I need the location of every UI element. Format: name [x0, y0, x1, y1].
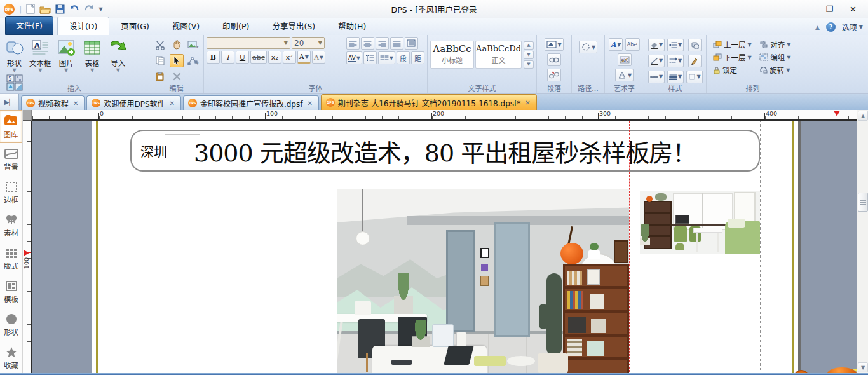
paste-icon[interactable]	[153, 70, 167, 83]
font-size-combo[interactable]: 20▼	[292, 37, 325, 49]
sidebar-item-layout[interactable]: 版式	[0, 242, 22, 275]
help-icon[interactable]: ?	[826, 22, 836, 32]
restore-button[interactable]: ❐	[825, 5, 833, 13]
tab-page[interactable]: 页面(G)	[109, 17, 160, 35]
picture-tool-icon[interactable]: ▾	[186, 38, 200, 51]
text-style-subtitle[interactable]: AaBbCc 小标题	[430, 41, 474, 69]
edit-points-icon[interactable]: ▾	[186, 54, 200, 67]
close-button[interactable]: ✕	[850, 5, 857, 13]
tab-help[interactable]: 帮助(H)	[327, 17, 377, 35]
close-tab-icon[interactable]: ✕	[72, 99, 79, 107]
sidebar-item-material[interactable]: 素材	[0, 209, 22, 242]
bring-forward-button[interactable]: 上一层▼	[713, 39, 753, 50]
tab-print[interactable]: 印刷(P)	[211, 17, 261, 35]
undo-icon[interactable]	[69, 4, 79, 13]
doc-tab-video-tutorial[interactable]: DPS 视频教程 ✕	[21, 95, 85, 110]
align-left-icon[interactable]	[346, 37, 360, 50]
columns-button[interactable]: ▼	[378, 51, 395, 64]
margin-guide[interactable]	[337, 121, 337, 375]
styles-more-icon[interactable]: ▼	[524, 60, 534, 69]
doc-tab-campaign[interactable]: DPS 金印客校园推广宣传报改.dpsf ✕	[183, 95, 319, 110]
superscript-button[interactable]: x²	[283, 51, 296, 64]
align-right-icon[interactable]	[376, 37, 389, 50]
text-direction-button[interactable]: Ab↵	[625, 38, 640, 51]
new-document-icon[interactable]	[26, 4, 35, 14]
scroll-up-icon[interactable]: ▲	[858, 111, 868, 121]
doc-tab-welcome[interactable]: DPS 欢迎使用DPS软件 ✕	[86, 95, 181, 110]
open-file-icon[interactable]	[39, 4, 51, 14]
close-tab-icon[interactable]: ✕	[306, 99, 313, 107]
italic-button[interactable]: I	[221, 51, 234, 64]
paragraph-settings-button[interactable]: 段	[397, 51, 410, 64]
tab-share-export[interactable]: 分享导出(S)	[261, 17, 327, 35]
group-objects-button[interactable]: 编组▼	[759, 52, 792, 62]
format-brush-button[interactable]	[688, 55, 702, 67]
pan-hand-icon[interactable]	[170, 38, 184, 51]
align-button[interactable]: 对齐▼	[759, 39, 792, 50]
underline-button[interactable]: U	[236, 51, 249, 64]
collapse-ribbon-icon[interactable]: ▲	[815, 24, 820, 31]
wordart-style-button[interactable]: ABC	[618, 53, 632, 66]
vertical-text-icon[interactable]	[405, 37, 418, 50]
line-spacing-button[interactable]	[363, 51, 377, 64]
line-color-button[interactable]: ▼	[648, 55, 665, 67]
styles-scroll-down-icon[interactable]: ▼	[524, 51, 534, 59]
fill-color-button[interactable]: ▼	[648, 39, 665, 51]
bold-button[interactable]: B	[207, 51, 220, 64]
photo-living-room-large[interactable]	[337, 189, 629, 375]
lock-button[interactable]: 锁定	[713, 65, 753, 75]
guide-line[interactable]	[412, 121, 412, 375]
text-style-body[interactable]: AaBbCcDd 正文	[475, 41, 522, 69]
sidebar-item-border[interactable]: 边框	[0, 176, 22, 209]
subscript-button[interactable]: x₂	[268, 51, 281, 64]
doc-tab-magazine-active[interactable]: DPS 期刊杂志-大16开骑马钉-文档20190115-1618.dpsf* ✕	[321, 94, 537, 110]
text-fill-button[interactable]: A▼	[312, 51, 325, 64]
panel-expander[interactable]: ▶▏	[0, 94, 19, 110]
insert-table-button[interactable]: 表格▼	[80, 37, 104, 72]
minimize-button[interactable]: —	[801, 5, 809, 13]
send-backward-button[interactable]: 下一层▼	[713, 52, 753, 62]
insert-picture-button[interactable]: 图片▼	[55, 37, 78, 72]
guide-line[interactable]	[132, 121, 132, 375]
scroll-down-icon[interactable]: ▼	[858, 362, 868, 372]
cut-icon[interactable]	[153, 38, 167, 51]
insert-textbox-button[interactable]: A 文本框▼	[29, 37, 52, 72]
insert-shape-button[interactable]: 形状▼	[3, 37, 26, 72]
sidebar-item-gallery[interactable]: 图库	[0, 110, 22, 143]
rotate-button[interactable]: 旋转▼	[759, 65, 792, 75]
guide-line[interactable]	[760, 121, 761, 375]
select-cursor-icon[interactable]	[170, 54, 184, 67]
scrollbar-thumb[interactable]	[858, 193, 868, 212]
options-button[interactable]: 选项▼	[842, 22, 863, 32]
sidebar-item-shape[interactable]: 形状	[0, 308, 22, 341]
redo-icon[interactable]	[84, 4, 94, 13]
link-frames-icon[interactable]	[547, 53, 561, 66]
unlink-frames-icon[interactable]	[547, 69, 561, 81]
copy-icon[interactable]	[153, 54, 167, 67]
strikethrough-button[interactable]: abc	[250, 51, 267, 64]
font-name-combo[interactable]: ▼	[207, 37, 290, 49]
guide-line[interactable]	[480, 121, 480, 375]
margin-guide[interactable]	[629, 121, 630, 375]
line-weight-button[interactable]: ▼	[667, 71, 684, 83]
copy-style-button[interactable]	[688, 39, 702, 51]
close-tab-icon[interactable]: ✕	[524, 99, 531, 107]
indent-lines-button[interactable]: ▼	[667, 39, 684, 51]
align-center-icon[interactable]	[361, 37, 374, 50]
tab-view[interactable]: 视图(V)	[161, 17, 211, 35]
tab-design[interactable]: 设计(D)	[57, 17, 109, 35]
dash-style-button[interactable]: ▼	[648, 71, 665, 83]
sidebar-item-template[interactable]: 模板	[0, 275, 22, 308]
close-tab-icon[interactable]: ✕	[168, 99, 176, 107]
delete-icon[interactable]	[170, 70, 184, 83]
vertical-scrollbar[interactable]: ▲ ▼	[857, 110, 868, 375]
arrow-style-button[interactable]: ▼	[667, 55, 684, 67]
sidebar-item-background[interactable]: 背景	[0, 143, 22, 176]
canvas[interactable]: 深圳 3000 元超级改造术，80 平出租屋秒杀样板房！	[32, 121, 857, 375]
align-justify-icon[interactable]	[390, 37, 403, 50]
text-wrap-button[interactable]: ▼	[545, 38, 563, 51]
sidebar-item-favorites[interactable]: 收藏	[0, 341, 22, 374]
spacing-settings-button[interactable]: 距	[411, 51, 424, 64]
qat-customize-caret[interactable]: ▼	[98, 6, 102, 12]
font-color-button[interactable]: A▼	[297, 51, 311, 64]
